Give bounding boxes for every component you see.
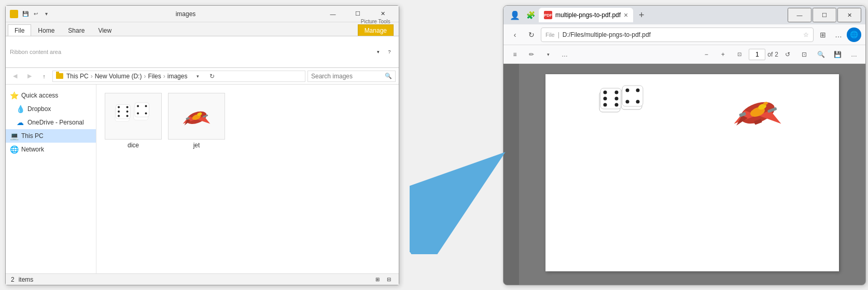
- breadcrumb-files: Files: [148, 73, 161, 80]
- file-item-dice[interactable]: dice: [105, 93, 162, 149]
- pdf-dice-group: [598, 85, 645, 129]
- file-item-jet[interactable]: jet: [168, 93, 225, 149]
- svg-point-10: [137, 105, 139, 107]
- path-dropdown[interactable]: ▾: [191, 70, 204, 82]
- breadcrumb[interactable]: This PC › New Volume (D:) › Files › imag…: [52, 71, 305, 82]
- ribbon: File Home Share View Picture Tools Manag…: [6, 22, 399, 68]
- url-text: D:/Files/multiple-pngs-to-pdf.pdf: [563, 31, 800, 38]
- large-icons-view-button[interactable]: ⊟: [384, 275, 394, 284]
- draw-button[interactable]: ✏: [524, 47, 539, 62]
- status-count: 2: [11, 276, 15, 283]
- tab-manage[interactable]: Manage: [358, 24, 394, 36]
- onedrive-icon: ☁: [16, 118, 24, 127]
- star-icon: ⭐: [10, 91, 18, 100]
- pdf-jet-svg: [729, 85, 786, 136]
- pdf-search-button[interactable]: 🔍: [814, 47, 828, 62]
- address-bar: ◀ ▶ ↑ This PC › New Volume (D:) › Files …: [6, 68, 399, 85]
- refresh-button[interactable]: ↻: [206, 70, 218, 82]
- back-button[interactable]: ◀: [9, 70, 21, 82]
- reading-view-button[interactable]: ⊞: [816, 27, 830, 42]
- tab-share[interactable]: Share: [61, 24, 91, 36]
- pdf-more2-button[interactable]: …: [847, 47, 861, 62]
- pdf-page-area: [519, 64, 865, 285]
- active-tab[interactable]: PDF multiple-pngs-to-pdf.pdf ×: [539, 8, 633, 22]
- jet-thumbnail: [168, 93, 225, 140]
- browser-titlebar: 👤 🧩 PDF multiple-pngs-to-pdf.pdf × + — ☐…: [503, 6, 865, 24]
- url-bar[interactable]: File | D:/Files/multiple-pngs-to-pdf.pdf…: [541, 27, 814, 42]
- pdf-save-button[interactable]: 💾: [830, 47, 845, 62]
- sidebar-item-onedrive[interactable]: ☁ OneDrive - Personal: [6, 116, 96, 129]
- print-button[interactable]: ⊡: [797, 47, 811, 62]
- browser-minimize-button[interactable]: —: [788, 8, 811, 22]
- tab-file[interactable]: File: [8, 24, 31, 36]
- zoom-in-button[interactable]: +: [716, 47, 730, 62]
- pdf-page: [545, 74, 838, 271]
- page-number-input[interactable]: [749, 49, 765, 60]
- dice-label: dice: [128, 142, 139, 149]
- explorer-app-icon: [10, 10, 18, 18]
- fit-page-button[interactable]: ⊡: [732, 47, 747, 62]
- sidebar-item-dropbox[interactable]: 💧 Dropbox: [6, 102, 96, 116]
- details-view-button[interactable]: ⊞: [373, 275, 382, 284]
- svg-point-13: [145, 113, 147, 115]
- qat: 💾 ↩ ▾: [21, 10, 50, 18]
- forward-button[interactable]: ▶: [23, 70, 36, 82]
- zoom-out-button[interactable]: −: [699, 47, 713, 62]
- tab-view[interactable]: View: [91, 24, 118, 36]
- ribbon-help: Ribbon content area: [10, 49, 61, 55]
- svg-point-30: [614, 103, 618, 107]
- sidebar-item-this-pc[interactable]: 💻 This PC: [6, 129, 96, 143]
- tab-close-button[interactable]: ×: [624, 11, 628, 19]
- pdf-more-button[interactable]: …: [557, 47, 572, 62]
- browser-back-button[interactable]: ‹: [508, 27, 522, 42]
- svg-point-33: [625, 89, 629, 92]
- svg-point-6: [127, 111, 129, 113]
- qat-save[interactable]: 💾: [21, 10, 30, 18]
- browser-close-button[interactable]: ✕: [837, 8, 861, 22]
- ribbon-content: Ribbon content area ▾ ?: [6, 36, 399, 67]
- browser-maximize-button[interactable]: ☐: [813, 8, 836, 22]
- rotate-button[interactable]: ↺: [780, 47, 795, 62]
- edge-profile-button[interactable]: 🌐: [847, 27, 861, 42]
- browser-refresh-button[interactable]: ↻: [524, 27, 539, 42]
- sidebar-label-network: Network: [21, 146, 44, 153]
- breadcrumb-path: This PC: [66, 73, 89, 80]
- ribbon-tabs: File Home Share View Picture Tools Manag…: [6, 22, 399, 36]
- sidebar-item-quick-access[interactable]: ⭐ Quick access: [6, 89, 96, 102]
- sidebar-label-onedrive: OneDrive - Personal: [27, 119, 84, 126]
- svg-point-11: [137, 113, 139, 115]
- svg-point-29: [614, 97, 618, 101]
- draw-dropdown-button[interactable]: ▾: [541, 47, 555, 62]
- svg-point-28: [614, 91, 618, 94]
- profile-icon[interactable]: 👤: [508, 8, 522, 22]
- blue-arrow-svg: [410, 150, 513, 254]
- explorer-title-bar: 💾 ↩ ▾ images — ☐ ✕: [6, 6, 399, 22]
- ribbon-help-btn[interactable]: ?: [384, 45, 395, 59]
- minimize-button[interactable]: —: [321, 7, 345, 21]
- new-tab-button[interactable]: +: [634, 8, 649, 22]
- view-controls: ⊞ ⊟: [373, 275, 394, 284]
- svg-point-27: [603, 103, 607, 107]
- folder-icon: [56, 73, 63, 79]
- pdf-dice-svg: [598, 85, 645, 129]
- url-star-icon[interactable]: ☆: [803, 31, 809, 38]
- status-items-label: items: [19, 276, 34, 283]
- browser-more-button[interactable]: …: [831, 27, 846, 42]
- svg-point-7: [127, 115, 129, 117]
- sidebar-item-network[interactable]: 🌐 Network: [6, 143, 96, 156]
- ribbon-collapse[interactable]: ▾: [373, 45, 383, 59]
- pdf-toolbar: ≡ ✏ ▾ … − + ⊡ of 2 ↺ ⊡ 🔍 💾 …: [503, 45, 865, 64]
- tab-home[interactable]: Home: [31, 24, 61, 36]
- toc-button[interactable]: ≡: [508, 47, 522, 62]
- svg-rect-32: [622, 86, 643, 106]
- picture-tools-label: Picture Tools: [361, 19, 390, 24]
- browser-win-controls: — ☐ ✕: [788, 8, 861, 22]
- extensions-icon[interactable]: 🧩: [523, 8, 538, 22]
- qat-dropdown[interactable]: ▾: [42, 10, 50, 18]
- qat-undo[interactable]: ↩: [32, 10, 40, 18]
- breadcrumb-drive: New Volume (D:): [95, 73, 142, 80]
- breadcrumb-images: images: [167, 73, 188, 80]
- tab-title: multiple-pngs-to-pdf.pdf: [555, 11, 621, 19]
- search-input[interactable]: [311, 73, 383, 80]
- up-button[interactable]: ↑: [38, 70, 50, 82]
